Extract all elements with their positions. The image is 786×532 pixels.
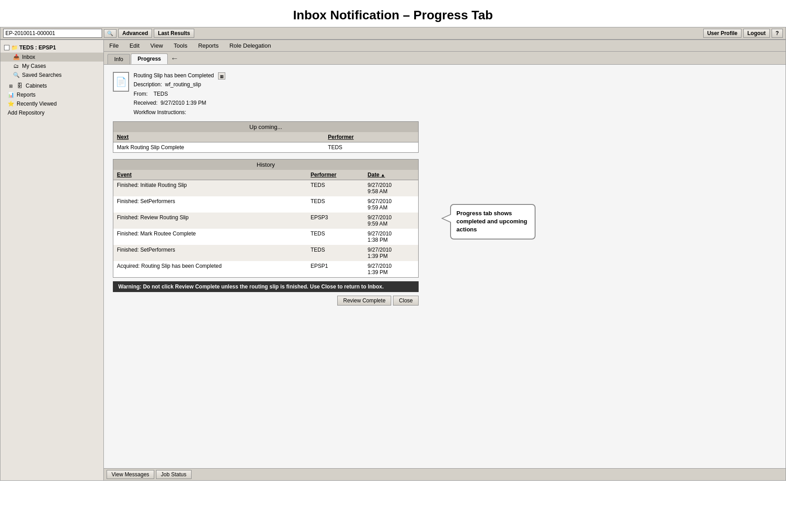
sidebar-root-label: TEDS : EPSP1 <box>19 44 56 51</box>
callout-text: Progress tab shows completed and upcomin… <box>456 210 527 233</box>
expand-icon: ⊞ <box>8 83 14 89</box>
search-icon: 🔍 <box>107 31 113 36</box>
notification-received: Received: 9/27/2010 1:39 PM <box>134 98 225 107</box>
page-title-area: Inbox Notification – Progress Tab <box>0 0 786 27</box>
sidebar-label-inbox: Inbox <box>22 54 35 60</box>
sidebar-label-add-repository: Add Repository <box>8 110 45 116</box>
sidebar-item-add-repository[interactable]: Add Repository <box>0 108 103 117</box>
menu-item-tools[interactable]: Tools <box>168 41 192 50</box>
history-row-1-event: Finished: Initiate Routing Slip <box>113 180 307 196</box>
history-row-2-performer: TEDS <box>307 196 364 213</box>
history-row-3-date: 9/27/20109:59 AM <box>364 213 419 229</box>
status-bar: View Messages Job Status <box>104 468 786 480</box>
notification-title-text: Routing Slip has been Completed <box>134 72 214 79</box>
history-title: History <box>113 159 419 170</box>
history-row-3-performer: EPSP3 <box>307 213 364 229</box>
sidebar-item-saved-searches[interactable]: Saved Searches <box>0 71 103 80</box>
notification-from: From: TEDS <box>134 89 225 98</box>
review-complete-button[interactable]: Review Complete <box>337 296 391 306</box>
search-icon-button[interactable]: 🔍 <box>104 29 116 38</box>
tab-progress[interactable]: Progress <box>131 53 168 64</box>
tab-progress-label: Progress <box>138 56 161 62</box>
history-row-2-date: 9/27/20109:59 AM <box>364 196 419 213</box>
menu-item-role-delegation[interactable]: Role Delegation <box>224 41 277 50</box>
menu-bar: File Edit View Tools Reports Role Delega… <box>104 40 786 52</box>
sidebar-header: TEDS : EPSP1 <box>0 43 103 53</box>
from-value: TEDS <box>153 91 168 97</box>
top-toolbar: 🔍 Advanced Last Results User Profile Log… <box>0 27 786 40</box>
notification-title: Routing Slip has been Completed ▦ <box>134 71 225 80</box>
from-label: From: <box>134 91 147 97</box>
help-button[interactable]: ? <box>772 29 783 38</box>
history-row-6-date: 9/27/20101:39 PM <box>364 261 419 278</box>
tab-arrow-icon: ← <box>170 54 179 63</box>
sidebar-label-cabinets: Cabinets <box>26 83 47 89</box>
document-icon: 📄 <box>113 72 129 92</box>
history-row-6-performer: EPSP1 <box>307 261 364 278</box>
notification-description: Description: wf_routing_slip <box>134 80 225 89</box>
recent-icon <box>8 101 14 107</box>
sidebar-item-recently-viewed[interactable]: Recently Viewed <box>0 99 103 108</box>
history-col-performer: Performer <box>307 170 364 180</box>
upcoming-row-performer: TEDS <box>324 142 418 152</box>
description-label: Description: <box>134 81 162 88</box>
sidebar-label-my-cases: My Cases <box>22 63 46 69</box>
history-row-3-event: Finished: Review Routing Slip <box>113 213 307 229</box>
menu-item-edit[interactable]: Edit <box>124 41 145 50</box>
upcoming-col-next: Next <box>113 132 325 142</box>
user-profile-button[interactable]: User Profile <box>703 29 741 38</box>
menu-item-reports[interactable]: Reports <box>193 41 224 50</box>
main-layout: TEDS : EPSP1 Inbox My Cases Saved Search… <box>0 40 786 481</box>
content-area: File Edit View Tools Reports Role Delega… <box>104 40 786 480</box>
description-value: wf_routing_slip <box>165 81 201 88</box>
received-label: Received: <box>134 100 157 106</box>
menu-item-file[interactable]: File <box>104 41 124 50</box>
bottom-buttons: Review Complete Close <box>113 294 419 307</box>
received-value: 9/27/2010 1:39 PM <box>161 100 206 106</box>
notification-details: Routing Slip has been Completed ▦ Descri… <box>134 71 225 117</box>
inbox-icon <box>13 54 19 60</box>
sidebar-label-recently-viewed: Recently Viewed <box>17 101 57 107</box>
tab-info[interactable]: Info <box>107 54 130 64</box>
detail-icon: ▦ <box>218 72 225 80</box>
upcoming-col-performer: Performer <box>324 132 418 142</box>
logout-button[interactable]: Logout <box>743 29 770 38</box>
history-row-4-date: 9/27/20101:38 PM <box>364 229 419 245</box>
history-row-6-event: Acquired: Routing Slip has been Complete… <box>113 261 307 278</box>
close-button[interactable]: Close <box>393 296 419 306</box>
search-input[interactable] <box>3 29 102 38</box>
sidebar-item-my-cases[interactable]: My Cases <box>0 62 103 71</box>
menu-item-view[interactable]: View <box>145 41 168 50</box>
history-row-2-event: Finished: SetPerformers <box>113 196 307 213</box>
warning-bar: Warning: Do not click Review Complete un… <box>113 281 419 292</box>
history-row-5-performer: TEDS <box>307 245 364 261</box>
history-row-1-date: 9/27/20109:58 AM <box>364 180 419 196</box>
view-messages-button[interactable]: View Messages <box>107 470 154 479</box>
folder-icon <box>11 44 18 51</box>
history-row-5-event: Finished: SetPerformers <box>113 245 307 261</box>
tab-info-label: Info <box>114 56 123 62</box>
sidebar-item-reports[interactable]: Reports <box>0 90 103 99</box>
advanced-button[interactable]: Advanced <box>118 29 152 38</box>
history-col-date: Date <box>364 170 419 180</box>
sidebar-label-reports: Reports <box>17 92 36 98</box>
reports-icon <box>8 92 14 98</box>
history-row-5-date: 9/27/20101:39 PM <box>364 245 419 261</box>
notification-workflow: Workflow Instructions: <box>134 108 225 117</box>
callout-bubble: Progress tab shows completed and upcomin… <box>450 204 536 239</box>
last-results-button[interactable]: Last Results <box>154 29 194 38</box>
history-table: History Event Performer Date Finished: I… <box>113 159 419 278</box>
workflow-label: Workflow Instructions: <box>134 109 186 115</box>
history-row-4-event: Finished: Mark Routee Complete <box>113 229 307 245</box>
upcoming-title: Up coming... <box>113 121 419 132</box>
search-icon <box>13 72 19 78</box>
job-status-button[interactable]: Job Status <box>156 470 192 479</box>
main-panel: 📄 Routing Slip has been Completed ▦ Desc… <box>104 65 786 468</box>
sidebar-item-cabinets[interactable]: ⊞ Cabinets <box>0 81 103 90</box>
sidebar-label-saved-searches: Saved Searches <box>22 72 62 78</box>
upcoming-row-next: Mark Routing Slip Complete <box>113 142 325 152</box>
sidebar-item-inbox[interactable]: Inbox <box>0 53 103 62</box>
upcoming-table: Up coming... Next Performer Mark Routing… <box>113 121 419 153</box>
cases-icon <box>13 63 19 69</box>
history-col-event: Event <box>113 170 307 180</box>
